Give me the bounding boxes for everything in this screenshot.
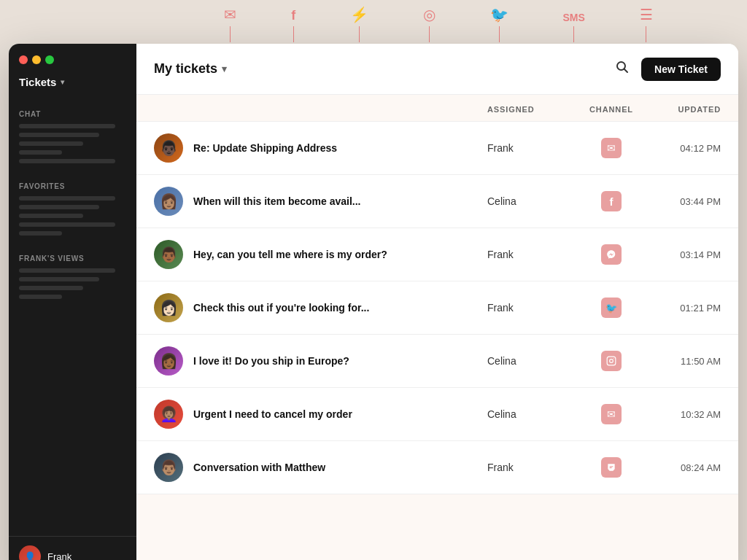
ticket-channel xyxy=(575,351,648,371)
chat-item-2[interactable] xyxy=(19,133,99,137)
sidebar-user[interactable]: 👤 Frank xyxy=(9,536,136,560)
chat-item-4[interactable] xyxy=(19,150,62,155)
view-item-1[interactable] xyxy=(19,268,115,273)
sms-channel-icon: SMS xyxy=(562,12,584,42)
sidebar-section-favorites: FAVORITES xyxy=(9,172,136,244)
sidebar-tickets-label: Tickets xyxy=(19,76,56,88)
fav-item-5[interactable] xyxy=(19,231,62,236)
table-row[interactable]: 👨🏽 Conversation with Matthew Frank xyxy=(136,441,738,494)
ticket-info: 👨🏽 Conversation with Matthew xyxy=(154,453,487,482)
updated-column-header: UPDATED xyxy=(648,105,721,114)
main-header: My tickets ▾ New Ticket xyxy=(136,44,738,95)
sms-channel-badge xyxy=(601,457,622,478)
view-item-3[interactable] xyxy=(19,286,83,290)
avatar: 👩🏽‍🦱 xyxy=(154,400,183,429)
close-dot[interactable] xyxy=(19,55,28,64)
avatar: 👨🏽 xyxy=(154,453,183,482)
facebook-channel-badge: f xyxy=(601,191,622,211)
ticket-time: 03:44 PM xyxy=(648,196,721,207)
instagram-channel-icon: ◎ xyxy=(423,6,436,42)
expand-dot[interactable] xyxy=(45,55,54,64)
table-row[interactable]: 👨🏾 Hey, can you tell me where is my orde… xyxy=(136,228,738,281)
ticket-channel xyxy=(575,244,648,265)
ticket-subject: Hey, can you tell me where is my order? xyxy=(193,249,387,260)
ticket-time: 10:32 AM xyxy=(648,409,721,420)
ticket-assigned: Celina xyxy=(487,195,575,207)
table-row[interactable]: 👩🏾 I love it! Do you ship in Europe? Cel… xyxy=(136,335,738,388)
view-item-2[interactable] xyxy=(19,277,99,281)
fav-item-4[interactable] xyxy=(19,222,115,227)
traffic-lights xyxy=(9,44,136,73)
table-row[interactable]: 👩🏽 When will this item become avail... C… xyxy=(136,175,738,228)
table-row[interactable]: 👩🏻 Check this out if you're looking for.… xyxy=(136,281,738,335)
fav-item-2[interactable] xyxy=(19,205,99,209)
chat-channel-icon: ☰ xyxy=(640,6,653,42)
assigned-column-header: ASSIGNED xyxy=(487,105,575,114)
svg-line-1 xyxy=(624,69,628,73)
ticket-channel: 🐦 xyxy=(575,298,648,318)
sidebar-username: Frank xyxy=(47,551,71,561)
fav-item-1[interactable] xyxy=(19,196,115,201)
email-channel-badge: ✉ xyxy=(601,138,622,158)
table-header-row: ASSIGNED CHANNEL UPDATED xyxy=(136,95,738,122)
ticket-info: 👩🏻 Check this out if you're looking for.… xyxy=(154,293,487,322)
avatar: 👩🏽 xyxy=(154,187,183,216)
minimize-dot[interactable] xyxy=(32,55,41,64)
chat-section-label: CHAT xyxy=(19,110,126,118)
table-row[interactable]: 👨🏿 Re: Update Shipping Address Frank ✉ 0… xyxy=(136,122,738,175)
chat-item-3[interactable] xyxy=(19,141,83,146)
email-channel-badge-2: ✉ xyxy=(601,404,622,424)
table-row[interactable]: 👩🏽‍🦱 Urgent I need to cancel my order Ce… xyxy=(136,388,738,441)
ticket-info: 👩🏾 I love it! Do you ship in Europe? xyxy=(154,346,487,376)
messenger-channel-badge xyxy=(601,244,622,265)
page-title: My tickets ▾ xyxy=(154,61,227,77)
ticket-assigned: Frank xyxy=(487,302,575,314)
ticket-subject: Urgent I need to cancel my order xyxy=(193,408,352,420)
ticket-channel: ✉ xyxy=(575,138,648,158)
chat-item-1[interactable] xyxy=(19,124,115,128)
ticket-subject: Re: Update Shipping Address xyxy=(193,142,337,154)
ticket-info: 👨🏿 Re: Update Shipping Address xyxy=(154,133,487,163)
avatar: 👩🏾 xyxy=(154,346,183,376)
ticket-time: 11:50 AM xyxy=(648,356,721,367)
ticket-subject: When will this item become avail... xyxy=(193,195,361,207)
ticket-assigned: Frank xyxy=(487,142,575,154)
sidebar-tickets-header[interactable]: Tickets ▾ xyxy=(9,73,136,100)
ticket-subject: Conversation with Matthew xyxy=(193,462,325,473)
ticket-subject: Check this out if you're looking for... xyxy=(193,302,369,314)
new-ticket-button[interactable]: New Ticket xyxy=(641,58,721,81)
ticket-assigned: Frank xyxy=(487,249,575,260)
ticket-assigned: Frank xyxy=(487,462,575,473)
fav-item-3[interactable] xyxy=(19,214,83,218)
ticket-subject: I love it! Do you ship in Europe? xyxy=(193,355,349,367)
ticket-time: 03:14 PM xyxy=(648,249,721,260)
search-icon xyxy=(615,60,630,74)
ticket-time: 04:12 PM xyxy=(648,143,721,154)
ticket-time: 08:24 AM xyxy=(648,462,721,473)
sidebar-section-chat: CHAT xyxy=(9,100,136,172)
view-item-4[interactable] xyxy=(19,295,62,299)
title-chevron-icon: ▾ xyxy=(222,63,227,74)
header-actions: New Ticket xyxy=(612,57,721,81)
chat-item-5[interactable] xyxy=(19,159,115,163)
svg-point-3 xyxy=(610,359,614,363)
avatar: 👩🏻 xyxy=(154,293,183,322)
main-content: My tickets ▾ New Ticket xyxy=(136,44,738,560)
avatar: 👨🏾 xyxy=(154,240,183,269)
franks-views-section-label: FRANK'S VIEWS xyxy=(19,254,126,262)
search-button[interactable] xyxy=(612,57,632,81)
ticket-info: 👩🏽 When will this item become avail... xyxy=(154,187,487,216)
sidebar-section-franks-views: FRANK'S VIEWS xyxy=(9,244,136,308)
instagram-channel-badge xyxy=(601,351,622,371)
app-window: Tickets ▾ CHAT FAVORITES xyxy=(9,44,738,560)
messenger-channel-icon: ⚡ xyxy=(350,6,368,42)
ticket-info: 👨🏾 Hey, can you tell me where is my orde… xyxy=(154,240,487,269)
tickets-chevron-icon: ▾ xyxy=(61,78,64,86)
subject-column-header xyxy=(154,105,487,114)
sidebar: Tickets ▾ CHAT FAVORITES xyxy=(9,44,136,560)
ticket-channel: f xyxy=(575,191,648,211)
page-title-text: My tickets xyxy=(154,61,217,77)
tickets-table: ASSIGNED CHANNEL UPDATED 👨🏿 Re: Update S… xyxy=(136,95,738,560)
ticket-info: 👩🏽‍🦱 Urgent I need to cancel my order xyxy=(154,400,487,429)
email-channel-icon: ✉ xyxy=(224,6,236,42)
